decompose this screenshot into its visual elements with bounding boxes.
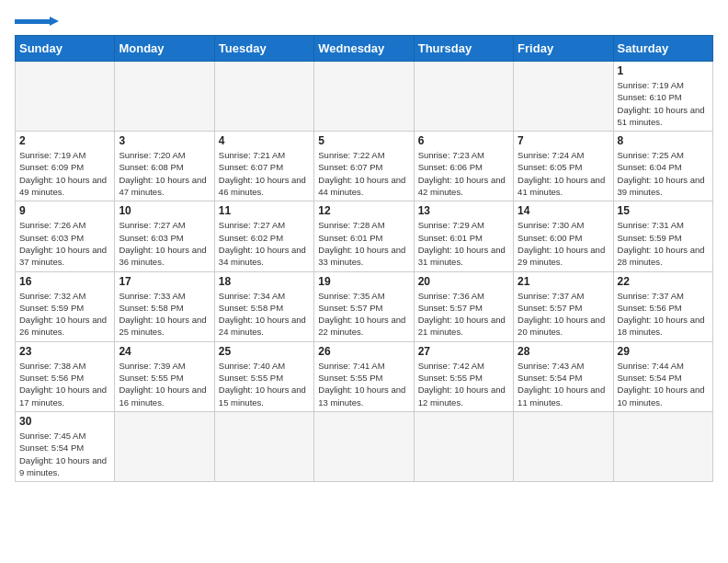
day-info: Sunrise: 7:37 AM Sunset: 5:57 PM Dayligh… [518,290,609,339]
calendar-cell [613,411,712,481]
calendar-cell: 29Sunrise: 7:44 AM Sunset: 5:54 PM Dayli… [613,341,712,411]
weekday-header-tuesday: Tuesday [214,36,313,62]
calendar-cell: 10Sunrise: 7:27 AM Sunset: 6:03 PM Dayli… [115,201,214,271]
day-info: Sunrise: 7:31 AM Sunset: 5:59 PM Dayligh… [618,219,709,268]
week-row-4: 23Sunrise: 7:38 AM Sunset: 5:56 PM Dayli… [16,341,713,411]
calendar-cell [214,411,313,481]
day-info: Sunrise: 7:29 AM Sunset: 6:01 PM Dayligh… [418,219,509,268]
day-number: 8 [618,134,709,147]
day-number: 14 [518,204,609,217]
day-info: Sunrise: 7:24 AM Sunset: 6:05 PM Dayligh… [518,149,609,198]
week-row-3: 16Sunrise: 7:32 AM Sunset: 5:59 PM Dayli… [16,271,713,341]
page-header [15,15,713,26]
day-info: Sunrise: 7:22 AM Sunset: 6:07 PM Dayligh… [318,149,409,198]
calendar-cell: 23Sunrise: 7:38 AM Sunset: 5:56 PM Dayli… [16,341,115,411]
calendar-cell: 24Sunrise: 7:39 AM Sunset: 5:55 PM Dayli… [115,341,214,411]
calendar-cell [514,411,613,481]
logo [15,15,59,26]
day-info: Sunrise: 7:38 AM Sunset: 5:56 PM Dayligh… [19,360,110,408]
calendar-cell [314,411,414,481]
day-info: Sunrise: 7:41 AM Sunset: 5:55 PM Dayligh… [318,360,409,408]
day-info: Sunrise: 7:35 AM Sunset: 5:57 PM Dayligh… [318,290,409,339]
logo-arrow [50,17,59,26]
weekday-header-saturday: Saturday [613,36,712,62]
day-number: 28 [518,345,609,358]
day-number: 19 [318,275,409,288]
day-info: Sunrise: 7:30 AM Sunset: 6:00 PM Dayligh… [518,219,609,268]
day-info: Sunrise: 7:37 AM Sunset: 5:56 PM Dayligh… [618,290,709,339]
day-info: Sunrise: 7:28 AM Sunset: 6:01 PM Dayligh… [318,219,409,268]
day-info: Sunrise: 7:43 AM Sunset: 5:54 PM Dayligh… [518,360,609,408]
day-info: Sunrise: 7:34 AM Sunset: 5:58 PM Dayligh… [219,290,310,339]
logo-bar-blue [15,19,50,24]
calendar-cell: 16Sunrise: 7:32 AM Sunset: 5:59 PM Dayli… [16,271,115,341]
day-number: 5 [318,134,409,147]
day-number: 11 [219,204,310,217]
weekday-header-monday: Monday [115,36,214,62]
day-number: 20 [418,275,509,288]
day-info: Sunrise: 7:23 AM Sunset: 6:06 PM Dayligh… [418,149,509,198]
day-number: 18 [219,275,310,288]
calendar-cell: 7Sunrise: 7:24 AM Sunset: 6:05 PM Daylig… [514,132,613,201]
calendar-cell: 5Sunrise: 7:22 AM Sunset: 6:07 PM Daylig… [314,132,414,201]
weekday-header-sunday: Sunday [16,36,115,62]
calendar-cell: 19Sunrise: 7:35 AM Sunset: 5:57 PM Dayli… [314,271,414,341]
calendar-cell [314,62,414,132]
day-info: Sunrise: 7:33 AM Sunset: 5:58 PM Dayligh… [119,290,210,339]
calendar-cell [214,62,313,132]
day-number: 23 [19,345,110,358]
calendar-cell: 27Sunrise: 7:42 AM Sunset: 5:55 PM Dayli… [414,341,513,411]
day-info: Sunrise: 7:42 AM Sunset: 5:55 PM Dayligh… [418,360,509,408]
day-number: 27 [418,345,509,358]
day-number: 6 [418,134,509,147]
day-number: 10 [119,204,210,217]
day-number: 4 [219,134,310,147]
day-number: 17 [119,275,210,288]
day-number: 21 [518,275,609,288]
calendar-cell: 18Sunrise: 7:34 AM Sunset: 5:58 PM Dayli… [214,271,313,341]
calendar-cell [16,62,115,132]
day-number: 26 [318,345,409,358]
calendar-cell: 30Sunrise: 7:45 AM Sunset: 5:54 PM Dayli… [16,411,115,481]
day-number: 15 [618,204,709,217]
day-number: 24 [119,345,210,358]
day-number: 13 [418,204,509,217]
calendar-cell: 15Sunrise: 7:31 AM Sunset: 5:59 PM Dayli… [613,201,712,271]
day-number: 1 [618,64,709,77]
calendar-cell: 2Sunrise: 7:19 AM Sunset: 6:09 PM Daylig… [16,132,115,201]
day-number: 3 [119,134,210,147]
day-info: Sunrise: 7:40 AM Sunset: 5:55 PM Dayligh… [219,360,310,408]
day-number: 22 [618,275,709,288]
day-info: Sunrise: 7:19 AM Sunset: 6:10 PM Dayligh… [618,79,709,128]
calendar-cell: 6Sunrise: 7:23 AM Sunset: 6:06 PM Daylig… [414,132,513,201]
calendar-cell: 20Sunrise: 7:36 AM Sunset: 5:57 PM Dayli… [414,271,513,341]
weekday-header-friday: Friday [514,36,613,62]
calendar-table: SundayMondayTuesdayWednesdayThursdayFrid… [15,35,713,482]
day-info: Sunrise: 7:45 AM Sunset: 5:54 PM Dayligh… [19,430,110,478]
day-info: Sunrise: 7:44 AM Sunset: 5:54 PM Dayligh… [618,360,709,408]
day-number: 25 [219,345,310,358]
day-info: Sunrise: 7:27 AM Sunset: 6:02 PM Dayligh… [219,219,310,268]
calendar-cell [414,62,513,132]
calendar-header-row: SundayMondayTuesdayWednesdayThursdayFrid… [16,36,713,62]
calendar-cell: 9Sunrise: 7:26 AM Sunset: 6:03 PM Daylig… [16,201,115,271]
calendar-cell: 13Sunrise: 7:29 AM Sunset: 6:01 PM Dayli… [414,201,513,271]
day-info: Sunrise: 7:21 AM Sunset: 6:07 PM Dayligh… [219,149,310,198]
day-number: 12 [318,204,409,217]
day-number: 7 [518,134,609,147]
calendar-cell [115,62,214,132]
calendar-cell: 8Sunrise: 7:25 AM Sunset: 6:04 PM Daylig… [613,132,712,201]
day-number: 30 [19,415,110,428]
calendar-cell [115,411,214,481]
day-info: Sunrise: 7:32 AM Sunset: 5:59 PM Dayligh… [19,290,110,339]
calendar-cell: 26Sunrise: 7:41 AM Sunset: 5:55 PM Dayli… [314,341,414,411]
week-row-2: 9Sunrise: 7:26 AM Sunset: 6:03 PM Daylig… [16,201,713,271]
day-info: Sunrise: 7:25 AM Sunset: 6:04 PM Dayligh… [618,149,709,198]
week-row-5: 30Sunrise: 7:45 AM Sunset: 5:54 PM Dayli… [16,411,713,481]
calendar-cell: 11Sunrise: 7:27 AM Sunset: 6:02 PM Dayli… [214,201,313,271]
day-info: Sunrise: 7:26 AM Sunset: 6:03 PM Dayligh… [19,219,110,268]
day-info: Sunrise: 7:19 AM Sunset: 6:09 PM Dayligh… [19,149,110,198]
calendar-cell: 21Sunrise: 7:37 AM Sunset: 5:57 PM Dayli… [514,271,613,341]
day-number: 2 [19,134,110,147]
day-info: Sunrise: 7:36 AM Sunset: 5:57 PM Dayligh… [418,290,509,339]
